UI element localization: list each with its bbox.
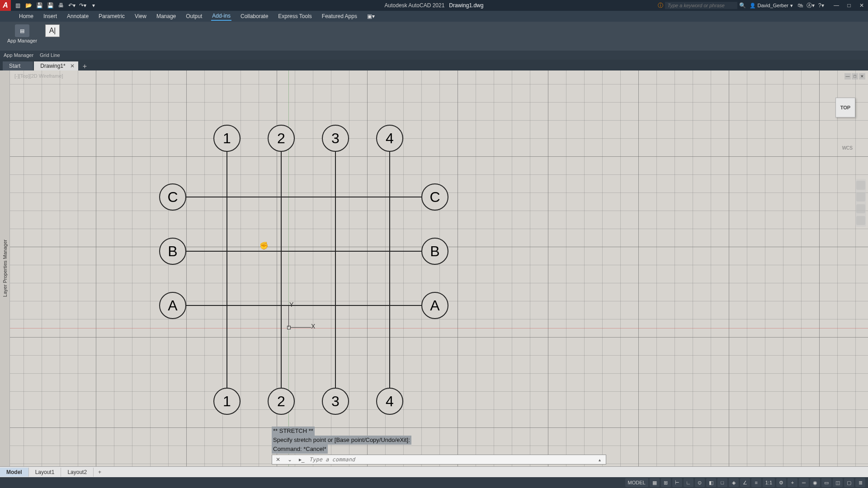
infer-toggle-icon[interactable]: ⊢	[672, 478, 682, 487]
ribbon-tab-express-tools[interactable]: Express Tools	[277, 12, 312, 20]
save-icon[interactable]: 💾	[35, 1, 43, 9]
cmd-prompt-icon: ▸_	[297, 455, 306, 464]
app-logo-icon[interactable]: A	[0, 0, 11, 11]
maximize-button[interactable]: □	[843, 0, 855, 11]
layout-tab-model[interactable]: Model	[0, 468, 29, 477]
grid-bubble-row-left-C: C	[159, 183, 186, 211]
plus-status-icon[interactable]: +	[788, 478, 797, 487]
minimize-button[interactable]: —	[830, 0, 843, 11]
qat-more-icon[interactable]: ▾	[90, 1, 98, 9]
isolate-icon[interactable]: ◫	[833, 478, 843, 487]
nav-zoom-icon[interactable]	[856, 204, 865, 213]
ortho-toggle-icon[interactable]: ∟	[684, 478, 693, 487]
new-icon[interactable]: ▥	[14, 1, 22, 9]
ribbon-tab-add-ins[interactable]: Add-ins	[211, 12, 231, 21]
panel-label: App Manager	[7, 38, 37, 43]
wcs-label[interactable]: WCS	[842, 145, 853, 150]
window-title: Autodesk AutoCAD 2021 Drawing1.dwg	[385, 2, 484, 9]
cleanscreen-icon[interactable]: ▢	[844, 478, 854, 487]
nav-orbit-icon[interactable]	[856, 216, 865, 225]
vp-close[interactable]: ✕	[859, 73, 865, 80]
grid-bubble-row-right-C: C	[421, 183, 448, 211]
user-account[interactable]: 👤 David_Gerber ▾	[750, 3, 793, 9]
workspace-switch-icon[interactable]: ▫▫	[799, 478, 809, 487]
user-name: David_Gerber	[758, 3, 788, 8]
layer-properties-palette-tab[interactable]: Layer Properties Manager	[0, 70, 10, 466]
grid-bubble-col-bottom-3: 3	[322, 388, 349, 415]
app-manager-panel[interactable]: ▤ App Manager	[4, 24, 41, 43]
panel-title-appmgr: App Manager	[4, 52, 33, 58]
grid-line-col-4	[389, 152, 390, 388]
ribbon-tab-collaborate[interactable]: Collaborate	[240, 12, 269, 20]
redo-icon[interactable]: ↷▾	[79, 1, 87, 9]
app-manager-icon: ▤	[15, 24, 29, 37]
plot-icon[interactable]: 🖶	[57, 1, 65, 9]
osnap-toggle-icon[interactable]: □	[717, 478, 727, 487]
file-name: Drawing1.dwg	[449, 2, 483, 9]
undo-icon[interactable]: ↶▾	[68, 1, 76, 9]
ucs-x-label: X	[311, 323, 315, 330]
customize-cmd-icon[interactable]: ⌄	[286, 455, 294, 464]
command-input[interactable]	[307, 456, 599, 463]
saveas-icon[interactable]: 💾	[46, 1, 54, 9]
ribbon-tab-parametric[interactable]: Parametric	[98, 12, 126, 20]
hardware-accel-icon[interactable]: ▭	[821, 478, 831, 487]
search-icon[interactable]: 🔍	[739, 2, 746, 9]
otrack-toggle-icon[interactable]: ∠	[740, 478, 750, 487]
app-store-icon[interactable]: 🛍	[797, 2, 807, 9]
add-layout-button[interactable]: +	[94, 469, 106, 475]
viewport-label[interactable]: [-][Top][2D Wireframe]	[14, 73, 63, 79]
customize-status-icon[interactable]: ≣	[855, 478, 865, 487]
open-icon[interactable]: 📂	[24, 1, 33, 9]
drawing-canvas[interactable]: [-][Top][2D Wireframe] — □ ✕ X Y ✊ TOP W…	[10, 70, 868, 466]
snap-toggle-icon[interactable]: ⊞	[661, 478, 671, 487]
anno-scale[interactable]: 1:1	[763, 478, 775, 487]
grid-bubble-row-right-B: B	[421, 238, 448, 265]
polar-toggle-icon[interactable]: ⊙	[695, 478, 705, 487]
search-input[interactable]	[665, 2, 737, 9]
ribbon-more-icon[interactable]: ▣▾	[366, 12, 376, 20]
ribbon-tab-featured-apps[interactable]: Featured Apps	[321, 12, 358, 20]
ribbon-tab-annotate[interactable]: Annotate	[66, 12, 90, 20]
search-box: ⓘ 🔍	[658, 2, 746, 9]
grid-line-panel[interactable]: A|	[42, 24, 63, 37]
grid-toggle-icon[interactable]: ▦	[650, 478, 660, 487]
vp-minimize[interactable]: —	[844, 73, 851, 80]
ribbon-tab-insert[interactable]: Insert	[42, 12, 58, 20]
start-tab[interactable]: Start	[3, 61, 33, 70]
workspace: Layer Properties Manager [-][Top][2D Wir…	[0, 70, 868, 466]
ribbon-tab-view[interactable]: View	[134, 12, 147, 20]
viewcube[interactable]: TOP	[835, 98, 855, 117]
close-tab-icon[interactable]: ✕	[70, 63, 75, 69]
close-cmd-icon[interactable]: ✕	[274, 455, 282, 464]
anno-monitor-icon[interactable]: ◉	[810, 478, 820, 487]
ribbon-tab-output[interactable]: Output	[185, 12, 203, 20]
nav-pan-icon[interactable]	[856, 192, 865, 202]
gear-icon[interactable]: ⚙	[776, 478, 786, 487]
recent-cmd-icon[interactable]: ▴	[599, 457, 606, 462]
drawing-tab[interactable]: Drawing1* ✕	[34, 61, 78, 70]
ribbon-tab-manage[interactable]: Manage	[156, 12, 177, 20]
model-space-toggle[interactable]: MODEL	[625, 478, 648, 487]
ribbon-panel-row: ▤ App Manager A|	[0, 22, 868, 51]
info-icon[interactable]: ⓘ	[658, 2, 663, 9]
autodesk-app-icon[interactable]: Ⓐ▾	[807, 2, 818, 9]
isodraft-toggle-icon[interactable]: ◧	[706, 478, 716, 487]
lineweight-toggle-icon[interactable]: ≡	[751, 478, 761, 487]
help-icon[interactable]: ?▾	[818, 2, 830, 9]
nav-wheel-icon[interactable]	[856, 181, 865, 190]
new-tab-button[interactable]: +	[79, 62, 90, 70]
panel-title-gridline: Grid Line	[40, 52, 60, 58]
3dosnap-toggle-icon[interactable]: ◈	[729, 478, 739, 487]
grid-bubble-col-top-3: 3	[322, 125, 349, 152]
grid-line-row-C	[186, 197, 421, 197]
layout-tab-layout1[interactable]: Layout1	[29, 468, 61, 477]
ribbon-tab-home[interactable]: Home	[18, 12, 34, 20]
document-tabs: Start Drawing1* ✕ +	[0, 60, 868, 70]
layout-tabs: ModelLayout1Layout2+	[0, 466, 868, 477]
grid-line-icon: A|	[45, 24, 60, 37]
layout-tab-layout2[interactable]: Layout2	[61, 468, 94, 477]
vp-maximize[interactable]: □	[852, 73, 858, 80]
command-history-line: Command: *Cancel*	[272, 445, 328, 454]
close-button[interactable]: ✕	[855, 0, 868, 11]
